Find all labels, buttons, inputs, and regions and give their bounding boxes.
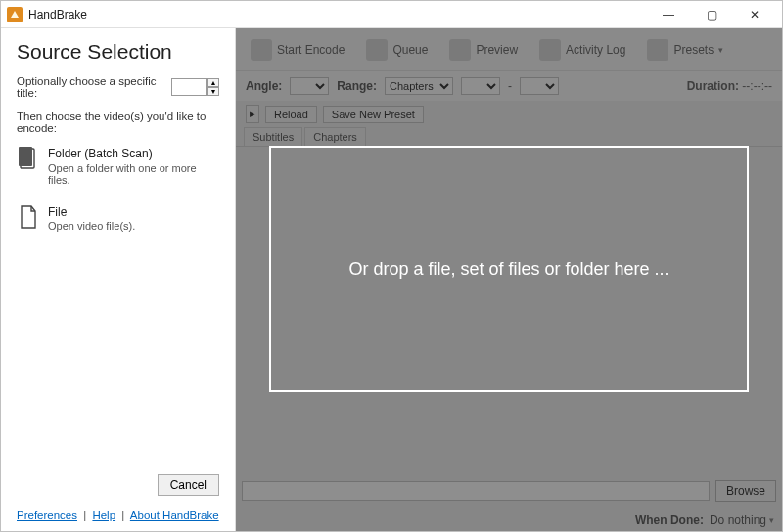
minimize-icon: —	[663, 8, 674, 22]
open-file-sub: Open video file(s).	[48, 220, 135, 232]
source-selection-panel: Source Selection Optionally choose a spe…	[1, 28, 236, 531]
open-folder-button[interactable]: Folder (Batch Scan) Open a folder with o…	[17, 144, 219, 189]
window-close-button[interactable]: ✕	[733, 1, 776, 28]
specific-title-label: Optionally choose a specific title:	[17, 75, 165, 99]
about-link[interactable]: About HandBrake	[130, 510, 219, 521]
open-folder-sub: Open a folder with one or more files.	[48, 162, 217, 186]
footer-links: Preferences | Help | About HandBrake	[17, 504, 219, 521]
help-link[interactable]: Help	[92, 510, 115, 521]
window-minimize-button[interactable]: —	[647, 1, 690, 28]
drop-zone-text: Or drop a file, set of files or folder h…	[348, 259, 668, 280]
open-file-label: File	[48, 205, 135, 221]
main-area: Start Encode Queue Preview Activity Log …	[236, 28, 782, 531]
folder-icon	[19, 147, 38, 170]
close-icon: ✕	[750, 8, 760, 22]
choose-videos-label: Then choose the video(s) you'd like to e…	[17, 111, 219, 134]
file-drop-zone[interactable]: Or drop a file, set of files or folder h…	[269, 146, 749, 392]
open-folder-label: Folder (Batch Scan)	[48, 147, 217, 162]
window-maximize-button[interactable]: ▢	[690, 1, 733, 28]
title-step-up-button[interactable]: ▲	[207, 78, 219, 87]
specific-title-input[interactable]	[171, 78, 207, 96]
maximize-icon: ▢	[707, 8, 717, 22]
app-logo-icon	[7, 7, 23, 22]
open-file-button[interactable]: File Open video file(s).	[17, 202, 219, 236]
app-title: HandBrake	[28, 8, 87, 22]
titlebar: HandBrake — ▢ ✕	[1, 1, 782, 28]
preferences-link[interactable]: Preferences	[17, 510, 77, 521]
file-icon	[19, 205, 38, 229]
modal-overlay: Or drop a file, set of files or folder h…	[236, 28, 782, 531]
panel-heading: Source Selection	[17, 40, 219, 64]
specific-title-row: Optionally choose a specific title: ▲ ▼	[17, 75, 219, 99]
cancel-button[interactable]: Cancel	[158, 474, 219, 496]
title-step-down-button[interactable]: ▼	[207, 87, 219, 96]
svg-rect-2	[19, 147, 32, 166]
app-window: HandBrake — ▢ ✕ Source Selection Optiona…	[0, 0, 783, 532]
